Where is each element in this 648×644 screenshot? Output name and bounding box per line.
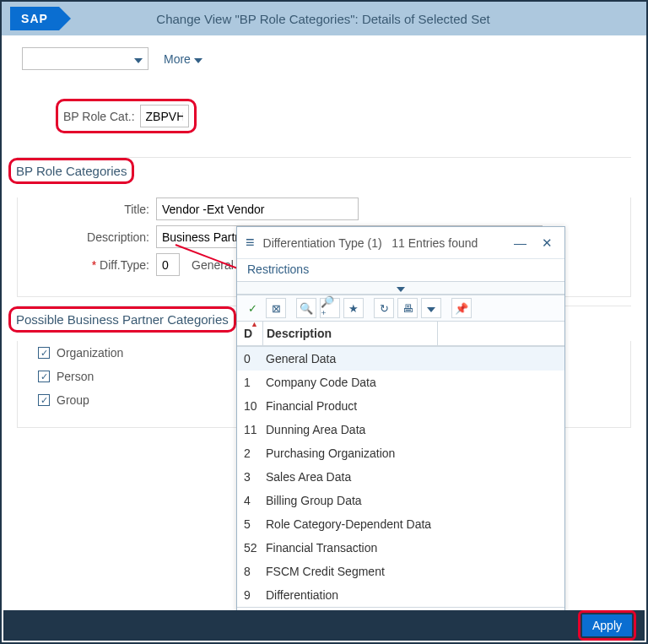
action-row: More <box>2 35 646 77</box>
bp-role-cat-input[interactable] <box>140 105 189 127</box>
title-input[interactable] <box>156 198 359 220</box>
grid-body: 0General Data 1Company Code Data 10Finan… <box>237 347 564 607</box>
restrictions-link[interactable]: Restrictions <box>237 259 564 281</box>
sort-indicator-icon: ▲ <box>251 320 258 328</box>
minimize-button[interactable]: — <box>510 235 530 250</box>
table-row[interactable]: 8FSCM Credit Segment <box>237 560 564 583</box>
table-row[interactable]: 52Financial Transaction <box>237 536 564 560</box>
table-row[interactable]: 2Purchasing Organization <box>237 441 564 465</box>
chevron-down-icon <box>134 52 143 66</box>
checkbox-label: Person <box>57 370 94 383</box>
apply-button[interactable]: Apply <box>582 614 632 636</box>
bp-role-cat-label: BP Role Cat.: <box>63 110 135 123</box>
checkbox-label: Organization <box>57 346 123 360</box>
cancel-box-button[interactable]: ⊠ <box>266 298 286 318</box>
diff-type-input[interactable] <box>156 253 180 276</box>
app-header: SAP Change View "BP Role Categories": De… <box>2 2 646 35</box>
search-extended-button[interactable]: 🔎⁺ <box>320 298 340 318</box>
dialog-toolbar: ✓ ⊠ 🔍 🔎⁺ ★ ↻ 🖶 📌 <box>237 295 564 322</box>
column-header-description[interactable]: Description <box>263 322 437 345</box>
table-row[interactable]: 3Sales Area Data <box>237 465 564 489</box>
section-possible-bp-categories-title: Possible Business Partner Categories <box>8 306 236 333</box>
menu-icon[interactable]: ≡ <box>246 234 255 252</box>
table-row[interactable]: 11Dunning Area Data <box>237 418 564 441</box>
page-title: Change View "BP Role Categories": Detail… <box>59 12 638 26</box>
checkbox-icon: ✓ <box>38 347 50 359</box>
checkbox-icon: ✓ <box>38 371 50 382</box>
table-row[interactable]: 1Company Code Data <box>237 371 564 394</box>
chevron-down-icon <box>427 302 435 315</box>
chevron-down-icon <box>194 52 202 66</box>
diff-type-text: General <box>186 258 234 272</box>
checkbox-icon: ✓ <box>38 394 50 406</box>
print-options-button[interactable] <box>421 298 441 318</box>
sap-logo: SAP <box>10 7 59 30</box>
more-menu[interactable]: More <box>164 52 202 66</box>
table-row[interactable]: 0General Data <box>237 347 564 371</box>
accept-button[interactable]: ✓ <box>242 298 262 318</box>
title-label: Title: <box>18 203 149 216</box>
close-button[interactable]: ✕ <box>538 235 556 251</box>
pin-button[interactable]: 📌 <box>451 298 472 318</box>
print-button[interactable]: 🖶 <box>397 298 418 318</box>
grid-header: D▲ Description <box>237 322 564 347</box>
table-row[interactable]: 9Differentiation <box>237 583 564 607</box>
value-help-dialog: ≡ Differentiation Type (1) 11 Entries fo… <box>236 226 565 632</box>
dialog-title: Differentiation Type (1) <box>263 236 382 250</box>
column-header-d[interactable]: D▲ <box>237 322 262 345</box>
table-row[interactable]: 10Financial Product <box>237 394 564 418</box>
view-combo[interactable] <box>22 47 148 70</box>
section-bp-role-categories-title: BP Role Categories <box>8 158 134 184</box>
diff-type-label: Diff.Type: <box>100 258 149 272</box>
expand-restrictions[interactable] <box>237 281 564 295</box>
favorites-button[interactable]: ★ <box>343 298 364 318</box>
footer-bar: Apply <box>3 610 645 641</box>
description-label: Description: <box>18 230 149 244</box>
checkbox-label: Group <box>57 393 89 407</box>
dialog-subtitle: 11 Entries found <box>392 236 478 250</box>
search-button[interactable]: 🔍 <box>296 298 316 318</box>
refresh-button[interactable]: ↻ <box>374 298 394 318</box>
chevron-down-icon <box>397 281 405 295</box>
table-row[interactable]: 4Billing Group Data <box>237 489 564 512</box>
more-label: More <box>164 52 191 66</box>
table-row[interactable]: 5Role Category-Dependent Data <box>237 512 564 536</box>
